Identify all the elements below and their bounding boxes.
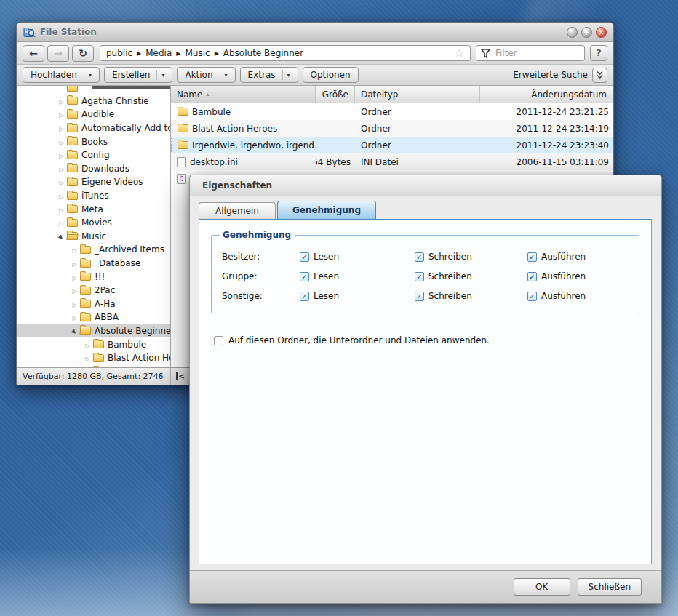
checkbox-icon [214, 336, 223, 345]
file-row-desktop-ini[interactable]: desktop.ini364 BytesINI Datei2006-11-15 … [171, 153, 613, 170]
tree-item-bambule[interactable]: ▷Bambule [17, 337, 170, 351]
advanced-search-toggle[interactable] [592, 68, 607, 83]
folder-icon [67, 111, 78, 119]
checkbox-label: Ausführen [541, 291, 586, 301]
tree-item-abba[interactable]: ▷ABBA [17, 311, 170, 324]
tree-expand-icon: ▶ [70, 326, 79, 336]
ok-button[interactable]: OK [514, 578, 570, 596]
back-button[interactable]: ← [23, 45, 44, 62]
dialog-footer: OKSchließen [190, 570, 661, 603]
tree-item-movies[interactable]: ▷Movies [17, 216, 170, 230]
tree-item-config[interactable]: ▷Config [17, 148, 170, 162]
star-icon[interactable]: ☆ [455, 48, 464, 59]
help-button[interactable]: ? [590, 45, 607, 61]
file-row-bambule[interactable]: BambuleOrdner2011-12-24 23:21:25 [171, 103, 613, 120]
checkbox-sonstige-ausf-hren[interactable]: ✓Ausführen [527, 291, 586, 301]
folder-icon [67, 151, 78, 159]
tree-item-absolute-beginner[interactable]: ▶Absolute Beginner [17, 324, 170, 338]
tree-item-automatically-add-to[interactable]: ▷Automatically Add to [17, 121, 170, 135]
tree-item-label: Downloads [81, 164, 129, 174]
tree-item-database[interactable]: ▷_Database [17, 257, 170, 271]
checkbox-gruppe-ausf-hren[interactable]: ✓Ausführen [527, 271, 586, 281]
file-station-icon [23, 27, 36, 38]
tab-genehmigung[interactable]: Genehmigung [277, 201, 376, 219]
tree-item-label: Bambule [108, 340, 146, 350]
minimize-button[interactable] [567, 27, 578, 38]
tree-collapse-icon: ▷ [57, 204, 66, 215]
checkbox-label: Schreiben [428, 271, 472, 281]
checkbox-besitzer-schreiben[interactable]: ✓Schreiben [415, 252, 527, 262]
maximize-button[interactable]: + [581, 27, 592, 38]
file-name-cell: Irgendwie, irgendwo, irgend... [171, 140, 316, 151]
tree-item-audible[interactable]: ▷Audible [17, 108, 170, 121]
filter-box[interactable] [476, 45, 585, 61]
apply-recursive-checkbox[interactable]: Auf diesen Ordner, die Unterordner und D… [214, 335, 651, 345]
tree-item-a-ha[interactable]: ▷A-Ha [17, 297, 170, 311]
column-header-name[interactable]: Name▴ [171, 86, 316, 103]
breadcrumb-segment-absolute-beginner[interactable]: Absolute Beginner [223, 48, 303, 58]
breadcrumb-segment-public[interactable]: public [106, 48, 132, 58]
file-row-blast-action-heroes[interactable]: Blast Action HeroesOrdner2011-12-24 23:1… [171, 120, 613, 137]
window-titlebar[interactable]: File Station +× [17, 23, 613, 42]
tree-item-downloads[interactable]: ▷Downloads [17, 162, 170, 176]
toolbar-button-optionen[interactable]: Optionen [303, 67, 359, 83]
checkbox-gruppe-lesen[interactable]: ✓Lesen [300, 271, 415, 281]
column-header-dateityp[interactable]: Dateityp [355, 86, 480, 103]
file-name-label: Irgendwie, irgendwo, irgend... [192, 140, 316, 151]
breadcrumb-bar[interactable]: public▶Media▶Music▶Absolute Beginner ☆ [100, 45, 471, 61]
collapse-sidebar-button[interactable]: < [171, 368, 191, 385]
toolbar-button-extras[interactable]: Extras▾ [240, 67, 298, 83]
tree-item-clipped[interactable] [17, 86, 170, 95]
fieldset-legend: Genehmigung [219, 230, 295, 240]
toolbar-button-aktion[interactable]: Aktion▾ [177, 67, 235, 83]
toolbar-button-hochladen[interactable]: Hochladen▾ [23, 67, 100, 83]
column-header-gr-e[interactable]: Größe [316, 86, 355, 103]
checkbox-sonstige-lesen[interactable]: ✓Lesen [300, 291, 415, 301]
tree-item-2pac[interactable]: ▷2Pac [17, 284, 170, 297]
tree-item-eigene-videos[interactable]: ▷Eigene Videos [17, 175, 170, 189]
filter-input[interactable] [494, 47, 580, 59]
checkbox-sonstige-schreiben[interactable]: ✓Schreiben [415, 291, 527, 301]
tree-item-music[interactable]: ▶Music [17, 230, 170, 244]
folder-icon [67, 86, 78, 92]
forward-button[interactable]: → [47, 45, 69, 62]
file-row-irgendwie-irgendwo-irgend[interactable]: Irgendwie, irgendwo, irgend...Ordner2011… [171, 137, 613, 153]
column-header-nderungsdatum[interactable]: Änderungsdatum [480, 86, 613, 103]
tab-allgemein[interactable]: Allgemein [199, 202, 276, 219]
file-name-cell: Blast Action Heroes [171, 124, 316, 134]
forward-icon: → [54, 47, 63, 59]
checkbox-besitzer-lesen[interactable]: ✓Lesen [300, 252, 415, 262]
folder-icon [67, 124, 78, 132]
tree-item-blast-action-he[interactable]: ▷Blast Action He [17, 351, 170, 365]
tree-collapse-icon: ▷ [70, 312, 79, 322]
close-button[interactable]: × [596, 27, 607, 38]
tree-item-agatha-christie[interactable]: ▷Agatha Christie [17, 95, 170, 108]
permission-entity-label: Besitzer: [222, 252, 300, 262]
apply-recursive-label: Auf diesen Ordner, die Unterordner und D… [228, 335, 490, 345]
refresh-button[interactable]: ↻ [72, 45, 94, 62]
permission-entity-label: Gruppe: [222, 271, 300, 281]
tree-item-label: Movies [81, 217, 112, 228]
tree-item-label: Books [81, 137, 108, 147]
checkbox-icon: ✓ [527, 252, 537, 262]
toolbar-button-label: Erstellen [112, 70, 151, 80]
tree-item-archived-items[interactable]: ▷_Archived Items [17, 243, 170, 257]
breadcrumb-segment-media[interactable]: Media [145, 48, 172, 58]
tree-collapse-icon: ▷ [57, 164, 66, 174]
toolbar-button-label: Extras [248, 70, 276, 80]
tree-item-itunes[interactable]: ▷iTunes [17, 189, 170, 203]
action-toolbar: Hochladen▾Erstellen▾Aktion▾Extras▾Option… [17, 65, 613, 86]
tree-item-item[interactable]: ▷!!! [17, 270, 170, 284]
checkbox-besitzer-ausf-hren[interactable]: ✓Ausführen [527, 252, 586, 262]
schlie-en-button[interactable]: Schließen [578, 578, 642, 596]
checkbox-label: Schreiben [428, 291, 472, 301]
tree-item-meta[interactable]: ▷Meta [17, 202, 170, 216]
dropdown-arrow-icon: ▾ [89, 72, 92, 79]
tree-collapse-icon: ▷ [83, 353, 92, 363]
checkbox-gruppe-schreiben[interactable]: ✓Schreiben [415, 271, 527, 281]
file-name-cell: Bambule [171, 107, 316, 117]
breadcrumb-segment-music[interactable]: Music [185, 48, 210, 58]
dialog-titlebar[interactable]: Eigenschaften [190, 175, 661, 196]
tree-item-books[interactable]: ▷Books [17, 135, 170, 148]
toolbar-button-erstellen[interactable]: Erstellen▾ [104, 67, 173, 83]
